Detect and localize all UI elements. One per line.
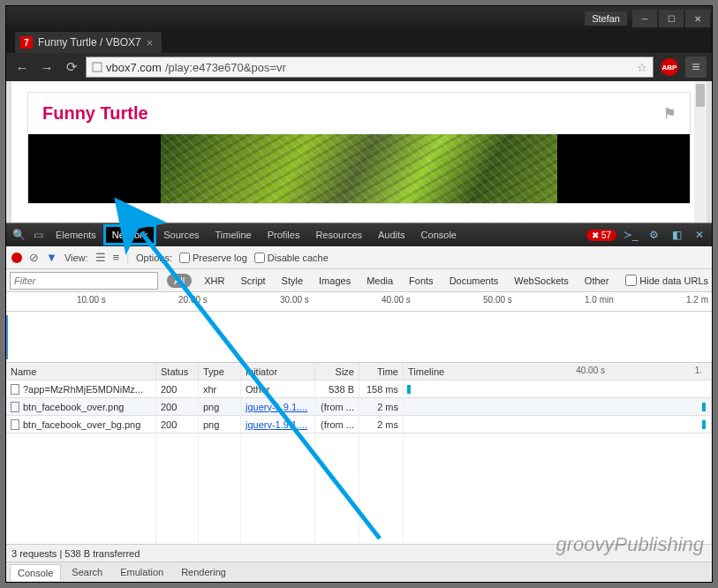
timing-bar bbox=[702, 420, 706, 429]
devtools-close-icon[interactable]: ✕ bbox=[691, 229, 708, 241]
filter-style[interactable]: Style bbox=[278, 274, 306, 288]
network-toolbar: ⊘ ▼ View: ☰ ≡ | Options: Preserve log Di… bbox=[6, 246, 712, 269]
url-input[interactable]: vbox7.com/play:e473e670&pos=vr ☆ bbox=[86, 57, 654, 78]
options-label: Options: bbox=[136, 253, 172, 263]
timing-bar bbox=[407, 385, 411, 394]
settings-gear-icon[interactable]: ⚙ bbox=[645, 229, 662, 241]
browser-navbar: ← → ⟳ vbox7.com/play:e473e670&pos=vr ☆ A… bbox=[6, 53, 712, 81]
filter-other[interactable]: Other bbox=[581, 274, 613, 288]
drawer-toggle-icon[interactable]: ≻_ bbox=[622, 229, 639, 241]
drawer-rendering[interactable]: Rendering bbox=[174, 564, 233, 580]
close-button[interactable]: ✕ bbox=[685, 10, 710, 27]
minimize-button[interactable]: ─ bbox=[632, 10, 657, 27]
window-titlebar: Stefan ─ ☐ ✕ bbox=[6, 6, 712, 31]
col-name[interactable]: Name bbox=[6, 363, 156, 380]
browser-menu-button[interactable]: ≡ bbox=[685, 57, 707, 78]
devtools-tabs: 🔍 ▭ Elements Network Sources Timeline Pr… bbox=[6, 223, 712, 246]
svg-rect-0 bbox=[93, 63, 102, 72]
favicon-icon: 7 bbox=[20, 36, 33, 49]
url-host: vbox7.com bbox=[106, 61, 162, 74]
tab-audits[interactable]: Audits bbox=[371, 226, 412, 244]
view-label: View: bbox=[64, 253, 88, 263]
filter-script[interactable]: Script bbox=[237, 274, 268, 288]
file-icon bbox=[11, 402, 19, 412]
preserve-log-checkbox[interactable]: Preserve log bbox=[179, 253, 247, 263]
filter-input[interactable] bbox=[10, 272, 158, 290]
large-rows-icon[interactable]: ☰ bbox=[95, 251, 106, 264]
col-size[interactable]: Size bbox=[315, 363, 359, 380]
browser-tabstrip: 7 Funny Turtle / VBOX7 × bbox=[6, 31, 712, 53]
page-icon bbox=[92, 62, 102, 72]
flag-icon[interactable]: ⚑ bbox=[663, 105, 676, 122]
table-row[interactable]: btn_facebook_over.png200pngjquery-1.9.1.… bbox=[6, 398, 712, 416]
url-path: /play:e473e670&pos=vr bbox=[165, 61, 286, 74]
video-thumbnail bbox=[161, 134, 557, 203]
page-title: Funny Turtle bbox=[42, 103, 148, 124]
abp-icon[interactable]: ABP bbox=[661, 58, 678, 76]
video-player[interactable] bbox=[28, 134, 690, 203]
network-table: Name Status Type Initiator Size Time Tim… bbox=[6, 363, 712, 544]
devtools-statusbar: 3 requests | 538 B transferred bbox=[6, 544, 712, 562]
back-button[interactable]: ← bbox=[11, 57, 33, 78]
timeline-ruler: 10.00 s 20.00 s 30.00 s 40.00 s 50.00 s … bbox=[6, 292, 712, 312]
col-timeline[interactable]: Timeline 40.00 s 1. bbox=[404, 363, 712, 380]
tab-elements[interactable]: Elements bbox=[49, 226, 103, 244]
user-label[interactable]: Stefan bbox=[585, 11, 627, 26]
error-count-badge[interactable]: ✖ 57 bbox=[586, 230, 616, 241]
filter-media[interactable]: Media bbox=[363, 274, 397, 288]
filter-toggle-icon[interactable]: ▼ bbox=[46, 251, 57, 264]
filter-all[interactable]: All bbox=[167, 274, 192, 288]
hide-data-urls-checkbox[interactable]: Hide data URLs bbox=[625, 275, 708, 286]
devtools-panel: 🔍 ▭ Elements Network Sources Timeline Pr… bbox=[6, 222, 712, 582]
tab-console[interactable]: Console bbox=[414, 226, 464, 244]
forward-button[interactable]: → bbox=[36, 57, 57, 78]
drawer-emulation[interactable]: Emulation bbox=[113, 564, 170, 580]
page-scrollbar[interactable] bbox=[694, 81, 707, 222]
table-row[interactable]: ?app=MzRhMjE5MDNiMz...200xhrOther538 B15… bbox=[6, 381, 712, 398]
tab-profiles[interactable]: Profiles bbox=[261, 226, 307, 244]
filter-images[interactable]: Images bbox=[315, 274, 354, 288]
filter-documents[interactable]: Documents bbox=[446, 274, 503, 288]
tab-timeline[interactable]: Timeline bbox=[208, 226, 259, 244]
devtools-drawer-tabs: Console Search Emulation Rendering bbox=[6, 562, 712, 582]
inspect-icon[interactable]: 🔍 bbox=[10, 229, 27, 241]
tab-network[interactable]: Network bbox=[105, 226, 155, 244]
tab-close-icon[interactable]: × bbox=[147, 36, 154, 49]
table-row[interactable]: btn_facebook_over_bg.png200pngjquery-1.9… bbox=[6, 416, 712, 433]
col-time[interactable]: Time bbox=[359, 363, 404, 380]
device-icon[interactable]: ▭ bbox=[29, 229, 47, 241]
file-icon bbox=[11, 419, 19, 430]
disable-cache-checkbox[interactable]: Disable cache bbox=[254, 253, 329, 263]
table-header: Name Status Type Initiator Size Time Tim… bbox=[6, 363, 712, 381]
file-icon bbox=[11, 384, 19, 395]
network-filter-row: All XHR Script Style Images Media Fonts … bbox=[6, 269, 712, 292]
browser-tab[interactable]: 7 Funny Turtle / VBOX7 × bbox=[15, 32, 162, 53]
initiator-link[interactable]: jquery-1.9.1.... bbox=[246, 402, 307, 412]
col-initiator[interactable]: Initiator bbox=[241, 363, 315, 380]
timeline-overview[interactable] bbox=[6, 312, 712, 363]
tab-resources[interactable]: Resources bbox=[308, 226, 369, 244]
drawer-console[interactable]: Console bbox=[10, 564, 61, 581]
filter-fonts[interactable]: Fonts bbox=[405, 274, 437, 288]
small-rows-icon[interactable]: ≡ bbox=[113, 251, 120, 264]
tab-title: Funny Turtle / VBOX7 bbox=[38, 36, 141, 49]
col-type[interactable]: Type bbox=[199, 363, 241, 380]
tab-sources[interactable]: Sources bbox=[156, 226, 206, 244]
col-status[interactable]: Status bbox=[156, 363, 199, 380]
maximize-button[interactable]: ☐ bbox=[659, 10, 684, 27]
timing-bar bbox=[702, 403, 706, 411]
filter-websockets[interactable]: WebSockets bbox=[510, 274, 572, 288]
reload-button[interactable]: ⟳ bbox=[61, 57, 82, 78]
dock-icon[interactable]: ◧ bbox=[668, 229, 685, 241]
initiator-link[interactable]: jquery-1.9.1.... bbox=[246, 419, 307, 430]
filter-xhr[interactable]: XHR bbox=[200, 274, 228, 288]
bookmark-star-icon[interactable]: ☆ bbox=[637, 61, 647, 74]
page-content: Funny Turtle ⚑ bbox=[6, 81, 712, 222]
clear-button[interactable]: ⊘ bbox=[29, 251, 39, 264]
record-button[interactable] bbox=[11, 253, 22, 263]
drawer-search[interactable]: Search bbox=[64, 564, 110, 580]
